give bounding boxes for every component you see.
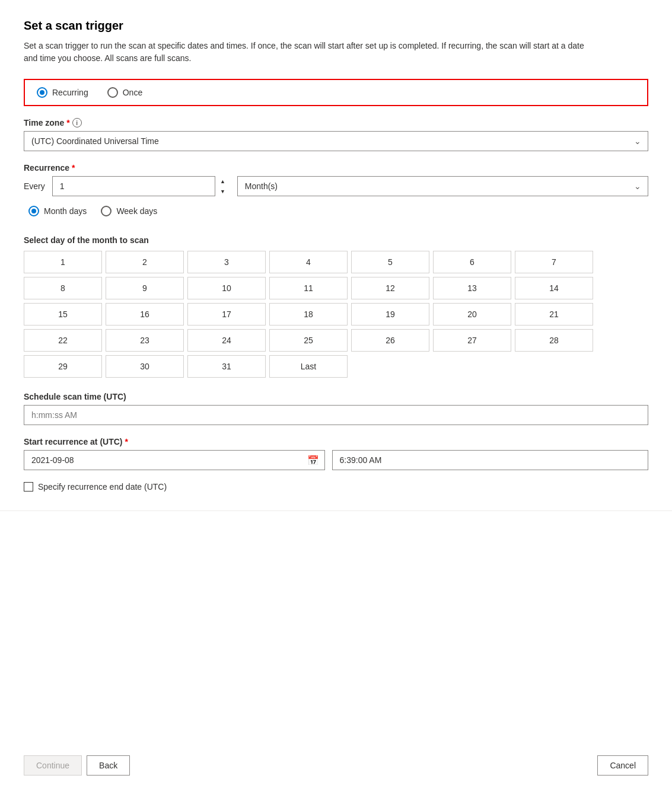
bottom-divider bbox=[0, 510, 672, 511]
day-cell-11[interactable]: 11 bbox=[269, 277, 348, 299]
day-grid: 1234567891011121314151617181920212223242… bbox=[24, 251, 593, 378]
once-label: Once bbox=[123, 88, 142, 97]
day-cell-25[interactable]: 25 bbox=[269, 329, 348, 352]
month-days-radio-option[interactable]: Month days bbox=[28, 206, 87, 216]
day-cell-last[interactable]: Last bbox=[269, 355, 348, 378]
back-button[interactable]: Back bbox=[87, 755, 130, 776]
day-cell-27[interactable]: 27 bbox=[433, 329, 511, 352]
recurring-radio-option[interactable]: Recurring bbox=[37, 87, 88, 98]
day-cell-5[interactable]: 5 bbox=[351, 251, 429, 273]
timezone-dropdown-wrapper: (UTC) Coordinated Universal Time ⌄ bbox=[24, 131, 648, 151]
week-days-radio-option[interactable]: Week days bbox=[101, 206, 157, 216]
day-cell-21[interactable]: 21 bbox=[515, 303, 593, 326]
spinner-down-button[interactable]: ▼ bbox=[215, 186, 230, 196]
start-recurrence-section: Start recurrence at (UTC) * 📅 bbox=[24, 437, 648, 482]
start-time-input[interactable] bbox=[332, 450, 649, 470]
recurring-label: Recurring bbox=[52, 88, 88, 97]
recurrence-row: Every ▲ ▼ Month(s) Week(s) Day(s) ⌄ bbox=[24, 176, 648, 196]
bottom-left-buttons: Continue Back bbox=[24, 755, 130, 776]
continue-button[interactable]: Continue bbox=[24, 755, 82, 776]
day-cell-12[interactable]: 12 bbox=[351, 277, 429, 299]
schedule-time-label: Schedule scan time (UTC) bbox=[24, 392, 648, 401]
schedule-time-section: Schedule scan time (UTC) bbox=[24, 392, 648, 425]
day-cell-15[interactable]: 15 bbox=[24, 303, 102, 326]
day-type-radio-group: Month days Week days bbox=[28, 206, 648, 216]
schedule-time-input[interactable] bbox=[24, 405, 648, 425]
day-cell-2[interactable]: 2 bbox=[106, 251, 184, 273]
day-cell-16[interactable]: 16 bbox=[106, 303, 184, 326]
unit-dropdown-wrapper: Month(s) Week(s) Day(s) ⌄ bbox=[237, 176, 648, 196]
recurrence-label: Recurrence * bbox=[24, 163, 648, 173]
spinner-up-button[interactable]: ▲ bbox=[215, 176, 230, 186]
day-cell-20[interactable]: 20 bbox=[433, 303, 511, 326]
day-cell-14[interactable]: 14 bbox=[515, 277, 593, 299]
week-days-radio-circle[interactable] bbox=[101, 206, 112, 216]
every-label: Every bbox=[24, 181, 45, 191]
day-cell-28[interactable]: 28 bbox=[515, 329, 593, 352]
unit-dropdown[interactable]: Month(s) Week(s) Day(s) bbox=[237, 176, 648, 196]
date-input-wrapper: 📅 bbox=[24, 450, 325, 470]
day-grid-label: Select day of the month to scan bbox=[24, 235, 648, 245]
page-title: Set a scan trigger bbox=[24, 19, 648, 33]
day-cell-23[interactable]: 23 bbox=[106, 329, 184, 352]
month-days-radio-circle[interactable] bbox=[28, 206, 39, 216]
timezone-dropdown[interactable]: (UTC) Coordinated Universal Time bbox=[24, 131, 648, 151]
end-date-checkbox-row: Specify recurrence end date (UTC) bbox=[24, 482, 648, 492]
day-cell-26[interactable]: 26 bbox=[351, 329, 429, 352]
end-date-checkbox-label: Specify recurrence end date (UTC) bbox=[38, 482, 167, 492]
every-number-input[interactable] bbox=[52, 176, 230, 196]
day-cell-4[interactable]: 4 bbox=[269, 251, 348, 273]
timezone-required-star: * bbox=[66, 118, 69, 127]
day-cell-8[interactable]: 8 bbox=[24, 277, 102, 299]
day-cell-24[interactable]: 24 bbox=[187, 329, 266, 352]
cancel-button[interactable]: Cancel bbox=[597, 755, 648, 776]
timezone-info-icon[interactable]: i bbox=[72, 118, 82, 127]
day-cell-7[interactable]: 7 bbox=[515, 251, 593, 273]
week-days-label: Week days bbox=[116, 206, 157, 216]
day-cell-17[interactable]: 17 bbox=[187, 303, 266, 326]
day-cell-1[interactable]: 1 bbox=[24, 251, 102, 273]
day-cell-6[interactable]: 6 bbox=[433, 251, 511, 273]
once-radio-option[interactable]: Once bbox=[107, 87, 142, 98]
day-grid-section: Select day of the month to scan 12345678… bbox=[24, 235, 648, 392]
day-cell-9[interactable]: 9 bbox=[106, 277, 184, 299]
recurrence-required-star: * bbox=[72, 163, 75, 173]
day-cell-22[interactable]: 22 bbox=[24, 329, 102, 352]
day-cell-19[interactable]: 19 bbox=[351, 303, 429, 326]
every-number-wrapper: ▲ ▼ bbox=[52, 176, 230, 196]
page-description: Set a scan trigger to run the scan at sp… bbox=[24, 40, 593, 65]
day-cell-29[interactable]: 29 bbox=[24, 355, 102, 378]
day-cell-3[interactable]: 3 bbox=[187, 251, 266, 273]
end-date-checkbox[interactable] bbox=[24, 482, 33, 492]
day-cell-13[interactable]: 13 bbox=[433, 277, 511, 299]
day-cell-10[interactable]: 10 bbox=[187, 277, 266, 299]
bottom-bar: Continue Back Cancel bbox=[24, 746, 648, 785]
trigger-type-radio-group: Recurring Once bbox=[24, 79, 648, 106]
timezone-field: Time zone * i (UTC) Coordinated Universa… bbox=[24, 118, 648, 163]
recurrence-section: Recurrence * Every ▲ ▼ Month(s) Week(s) … bbox=[24, 163, 648, 226]
spinner-buttons: ▲ ▼ bbox=[215, 176, 230, 196]
start-recurrence-required-star: * bbox=[125, 437, 128, 446]
timezone-label: Time zone * i bbox=[24, 118, 648, 127]
start-recurrence-row: 📅 bbox=[24, 450, 648, 470]
day-cell-31[interactable]: 31 bbox=[187, 355, 266, 378]
date-input[interactable] bbox=[24, 450, 325, 470]
day-cell-18[interactable]: 18 bbox=[269, 303, 348, 326]
day-cell-30[interactable]: 30 bbox=[106, 355, 184, 378]
once-radio-circle[interactable] bbox=[107, 87, 118, 98]
month-days-label: Month days bbox=[44, 206, 87, 216]
recurring-radio-circle[interactable] bbox=[37, 87, 47, 98]
start-recurrence-label: Start recurrence at (UTC) * bbox=[24, 437, 648, 446]
